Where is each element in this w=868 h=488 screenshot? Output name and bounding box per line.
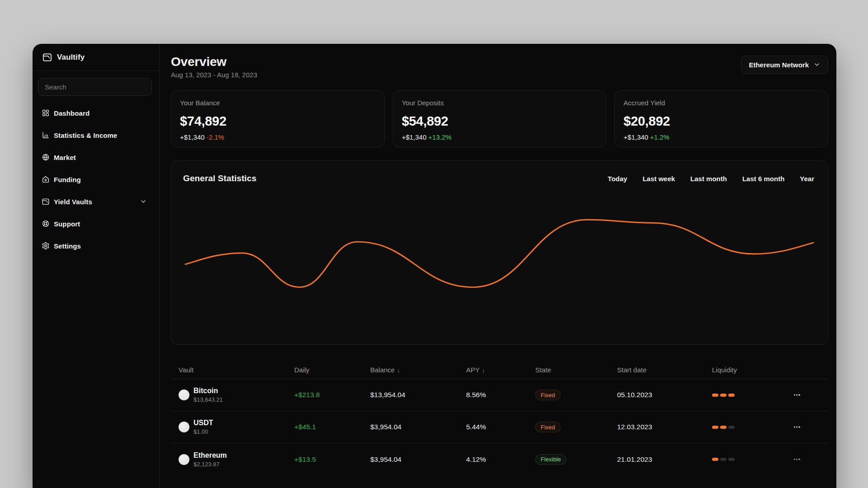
coin-avatar (179, 389, 189, 400)
vault-name: Bitcoin (193, 387, 223, 395)
table-row-usdt[interactable]: USDT $1.00 +$45.1 $3,954.04 5.44% Fixed … (171, 411, 828, 443)
date-range: Aug 13, 2023 - Aug 18, 2023 (171, 71, 257, 79)
sidebar-item-label: Market (54, 154, 76, 161)
state-badge: Fixed (535, 389, 561, 400)
main-header: Overview Aug 13, 2023 - Aug 18, 2023 Eth… (171, 44, 828, 79)
liquidity-indicator (712, 394, 794, 397)
state-badge: Fixed (535, 422, 561, 432)
home-icon (42, 175, 50, 183)
daily-change: +$13.5 (294, 455, 370, 464)
apy-value: 4.12% (466, 455, 535, 464)
chevron-down-icon[interactable] (139, 198, 147, 205)
delta-amount: +$1,340 (402, 133, 427, 141)
card-delta: +$1,340+13.2% (402, 133, 598, 141)
sidebar-item-label: Support (54, 220, 80, 228)
sidebar: Vaultify Dashboard Statistics & Income (33, 44, 160, 488)
network-selector[interactable]: Ethereum Network (741, 56, 828, 74)
sidebar-item-yield-vaults[interactable]: Yield Vaults (33, 192, 159, 211)
logo: Vaultify (33, 44, 159, 71)
general-statistics-card: General Statistics Today Last week Last … (171, 160, 828, 345)
delta-amount: +$1,340 (623, 133, 648, 141)
col-state[interactable]: State (535, 366, 617, 374)
sidebar-item-funding[interactable]: Funding (33, 170, 159, 188)
app-title: Vaultify (57, 53, 85, 62)
sidebar-nav: Dashboard Statistics & Income Market (33, 104, 159, 259)
coin-avatar (179, 422, 189, 432)
card-label: Your Balance (180, 99, 376, 107)
app-window: Vaultify Dashboard Statistics & Income (33, 44, 836, 488)
col-balance[interactable]: Balance↓ (370, 366, 466, 374)
sidebar-item-label: Statistics & Income (54, 131, 117, 139)
card-label: Your Deposits (402, 99, 598, 107)
apy-value: 8.56% (466, 391, 535, 399)
start-date: 21.01.2023 (617, 455, 712, 464)
col-liquidity[interactable]: Liquidity (712, 366, 794, 374)
delta-percent: +13.2% (428, 133, 451, 141)
liquidity-indicator (712, 426, 794, 429)
delta-amount: +$1,340 (180, 133, 205, 141)
sort-desc-icon: ↓ (482, 367, 485, 374)
delta-percent: +1.2% (650, 133, 670, 141)
sidebar-item-market[interactable]: Market (33, 148, 159, 166)
card-value: $20,892 (623, 114, 819, 129)
col-daily[interactable]: Daily (294, 366, 370, 374)
wallet-logo-icon (42, 52, 52, 62)
stat-cards: Your Balance $74,892 +$1,340-2.1% Your D… (171, 90, 828, 147)
network-selector-label: Ethereum Network (749, 61, 809, 69)
sidebar-item-label: Funding (54, 176, 81, 183)
state-badge: Flexible (535, 454, 566, 465)
coin-avatar (179, 454, 189, 465)
main-content: Overview Aug 13, 2023 - Aug 18, 2023 Eth… (160, 44, 836, 488)
balance-value: $3,954.04 (370, 455, 466, 464)
liquidity-indicator (712, 458, 794, 461)
gear-icon (42, 242, 50, 250)
globe-icon (42, 153, 50, 161)
dashboard-icon (42, 109, 50, 117)
search-input[interactable] (45, 83, 145, 91)
daily-change: +$213.8 (294, 391, 370, 399)
card-value: $74,892 (180, 114, 376, 129)
col-start-date[interactable]: Start date (617, 366, 712, 374)
card-accrued-yield: Accrued Yield $20,892 +$1,340+1.2% (614, 90, 828, 147)
wallet-icon (42, 197, 50, 206)
row-menu-button[interactable] (794, 426, 828, 427)
sidebar-item-dashboard[interactable]: Dashboard (33, 104, 159, 122)
sidebar-item-statistics[interactable]: Statistics & Income (33, 126, 159, 144)
card-your-balance: Your Balance $74,892 +$1,340-2.1% (171, 90, 385, 147)
start-date: 05.10.2023 (617, 391, 712, 399)
table-header: Vault Daily Balance↓ APY↓ State Start da… (171, 361, 828, 379)
sidebar-item-label: Dashboard (54, 109, 90, 117)
sort-desc-icon: ↓ (397, 367, 400, 374)
sidebar-item-support[interactable]: Support (33, 215, 159, 233)
lifebuoy-icon (42, 220, 50, 228)
delta-percent: -2.1% (207, 133, 224, 141)
row-menu-button[interactable] (794, 459, 828, 460)
table-row-bitcoin[interactable]: Bitcoin $13,643.21 +$213.8 $13,954.04 8.… (171, 379, 828, 411)
col-vault[interactable]: Vault (179, 366, 294, 374)
vault-price: $13,643.21 (193, 396, 223, 403)
vault-name: USDT (193, 419, 213, 427)
vaults-table: Vault Daily Balance↓ APY↓ State Start da… (171, 361, 828, 475)
line-chart (171, 161, 828, 344)
card-delta: +$1,340-2.1% (180, 133, 376, 141)
vault-price: $2,123.87 (193, 461, 227, 468)
page-title: Overview (171, 55, 257, 69)
row-menu-button[interactable] (794, 394, 828, 395)
chart-line (185, 220, 813, 287)
vault-name: Ethereum (193, 451, 227, 460)
balance-value: $13,954.04 (370, 391, 466, 399)
start-date: 12.03.2023 (617, 423, 712, 431)
chevron-down-icon (813, 61, 821, 68)
table-row-ethereum[interactable]: Ethereum $2,123.87 +$13.5 $3,954.04 4.12… (171, 443, 828, 475)
sidebar-item-settings[interactable]: Settings (33, 237, 159, 255)
vault-price: $1.00 (193, 428, 213, 435)
bar-chart-icon (42, 131, 50, 139)
apy-value: 5.44% (466, 423, 535, 431)
daily-change: +$45.1 (294, 423, 370, 431)
col-apy[interactable]: APY↓ (466, 366, 535, 374)
card-delta: +$1,340+1.2% (623, 133, 819, 141)
search-box[interactable] (38, 78, 152, 96)
card-value: $54,892 (402, 114, 598, 129)
sidebar-item-label: Yield Vaults (54, 198, 92, 206)
balance-value: $3,954.04 (370, 423, 466, 431)
